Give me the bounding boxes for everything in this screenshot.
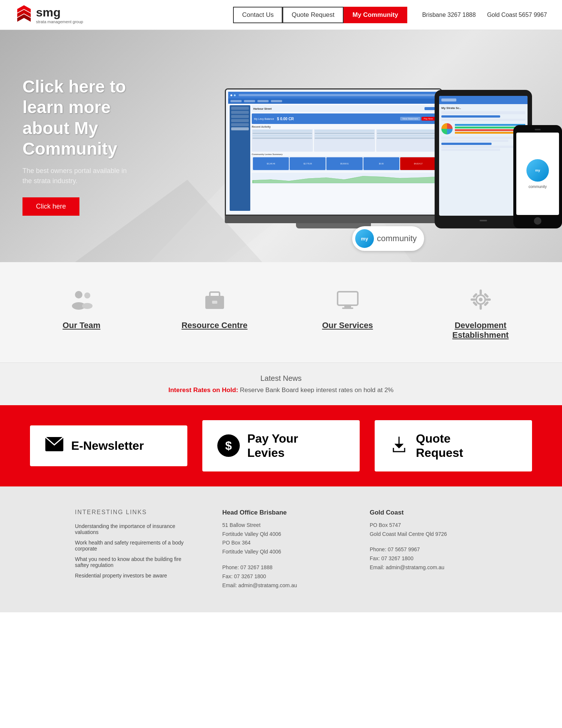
- briefcase-icon: [200, 285, 230, 315]
- screen-dot-1: [230, 94, 232, 96]
- svg-rect-19: [480, 289, 482, 295]
- envelope-icon: [45, 437, 64, 455]
- brisbane-phone: Phone: 07 3267 1888: [222, 564, 272, 570]
- screen-mockup: Harbour Street My Levy Balance $ 0.00 CR…: [228, 92, 439, 212]
- news-label: Interest Rates on Hold:: [169, 386, 238, 394]
- svg-point-18: [479, 298, 483, 301]
- our-services-label: Our Services: [322, 321, 373, 330]
- logo-subtext: strata management group: [36, 19, 83, 24]
- smg-logo-icon: [15, 4, 33, 25]
- hero-subtitle: The best owners portal available in the …: [22, 166, 135, 186]
- footer-brisbane-col: Head Office Brisbane 51 Ballow Street Fo…: [222, 509, 339, 590]
- hero-section: Click here to learn more about My Commun…: [0, 30, 562, 262]
- news-section: Latest News Interest Rates on Hold: Rese…: [0, 363, 562, 405]
- site-header: smg strata management group Contact Us Q…: [0, 0, 562, 30]
- svg-point-9: [84, 292, 90, 298]
- laptop-base: [225, 216, 442, 223]
- svg-point-10: [82, 303, 93, 309]
- my-community-button[interactable]: My Community: [344, 7, 407, 23]
- interesting-links-title: Interesting Links: [75, 509, 192, 516]
- goldcoast-email: Email: admin@stratamg.com.au: [370, 564, 444, 570]
- brisbane-address: 51 Ballow Street Fortitude Valley Qld 40…: [222, 521, 339, 556]
- phone-device: my community: [513, 125, 562, 228]
- screen-summary: $3,140.46 $2,775.05 $5,509.51 $0.00 -$4,…: [252, 156, 437, 171]
- logo-area: smg strata management group: [15, 4, 233, 25]
- icon-links-section: Our Team Resource Centre Our Services: [0, 262, 562, 363]
- footer-link-4[interactable]: Residential property investors be aware: [75, 573, 192, 579]
- brisbane-fax: Fax: 07 3267 1800: [222, 573, 266, 579]
- svg-rect-14: [338, 292, 358, 305]
- news-title: Latest News: [15, 374, 547, 383]
- news-text: Reserve Bank Board keep interest rates o…: [240, 386, 393, 394]
- enewsletter-card[interactable]: E-Newsletter: [30, 425, 187, 466]
- quote-request-button[interactable]: Quote Request: [282, 7, 343, 23]
- people-icon: [67, 285, 97, 315]
- footer-goldcoast-col: Gold Coast PO Box 5747 Gold Coast Mail C…: [370, 509, 487, 590]
- screen-main: Harbour Street My Levy Balance $ 0.00 CR…: [252, 105, 437, 211]
- hero-title: Click here to learn more about My Commun…: [22, 76, 135, 159]
- contact-us-button[interactable]: Contact Us: [233, 7, 282, 23]
- brisbane-phone: Brisbane 3267 1888: [422, 12, 476, 18]
- svg-rect-16: [342, 307, 353, 309]
- goldcoast-office-title: Gold Coast: [370, 509, 487, 516]
- site-footer: Interesting Links Understanding the impo…: [0, 486, 562, 613]
- header-phones: Brisbane 3267 1888 Gold Coast 5657 9967: [422, 12, 547, 18]
- main-nav: Contact Us Quote Request My Community: [233, 7, 407, 23]
- development-establishment-link[interactable]: Development Establishment: [414, 285, 547, 340]
- footer-links-col: Interesting Links Understanding the impo…: [75, 509, 192, 590]
- phone-screen: my community: [516, 133, 559, 215]
- our-team-link[interactable]: Our Team: [15, 285, 148, 340]
- monitor-icon: [333, 285, 363, 315]
- laptop-device: Harbour Street My Levy Balance $ 0.00 CR…: [225, 88, 442, 228]
- footer-link-3[interactable]: What you need to know about the building…: [75, 556, 192, 568]
- svg-rect-22: [486, 298, 491, 301]
- hero-content: Click here to learn more about My Commun…: [0, 61, 157, 231]
- svg-point-7: [75, 291, 82, 298]
- goldcoast-phone: Gold Coast 5657 9967: [487, 12, 547, 18]
- hero-cta-button[interactable]: Click here: [22, 197, 79, 216]
- laptop-screen: Harbour Street My Levy Balance $ 0.00 CR…: [225, 88, 442, 216]
- my-community-badge: my community: [352, 226, 424, 251]
- our-services-link[interactable]: Our Services: [281, 285, 414, 340]
- development-establishment-label: Development Establishment: [452, 321, 508, 340]
- cta-section: E-Newsletter $ Pay Your Levies Quote Req…: [0, 405, 562, 486]
- pay-levies-label: Pay Your Levies: [247, 431, 298, 460]
- logo-text: smg: [36, 6, 61, 19]
- tablet-pie-chart: [441, 123, 453, 134]
- our-team-label: Our Team: [63, 321, 100, 330]
- goldcoast-phone: Phone: 07 5657 9967: [370, 546, 420, 552]
- hero-devices: Harbour Street My Levy Balance $ 0.00 CR…: [225, 41, 562, 258]
- brisbane-email: Email: admin@stratamg.com.au: [222, 582, 297, 588]
- screen-dot-2: [234, 94, 236, 96]
- screen-chart: [252, 173, 437, 184]
- phone-app-icon: my: [526, 159, 549, 182]
- screen-activity: [252, 129, 437, 152]
- screen-url-bar: [239, 94, 436, 96]
- my-community-badge-text: community: [377, 234, 417, 243]
- footer-link-2[interactable]: Work health and safety requirements of a…: [75, 540, 192, 552]
- goldcoast-address: PO Box 5747 Gold Coast Mail Centre Qld 9…: [370, 521, 487, 539]
- my-community-circle-logo: my: [355, 229, 374, 248]
- goldcoast-fax: Fax: 07 3267 1800: [370, 555, 414, 561]
- svg-marker-6: [253, 176, 436, 183]
- enewsletter-label: E-Newsletter: [71, 439, 144, 453]
- svg-rect-13: [212, 301, 217, 304]
- quote-request-card-label: Quote Request: [416, 431, 463, 460]
- download-icon: [390, 435, 408, 457]
- resource-centre-label: Resource Centre: [181, 321, 247, 330]
- resource-centre-link[interactable]: Resource Centre: [148, 285, 281, 340]
- screen-sidebar: [230, 105, 250, 211]
- footer-link-1[interactable]: Understanding the importance of insuranc…: [75, 523, 192, 535]
- dollar-icon: $: [217, 434, 240, 457]
- pay-levies-card[interactable]: $ Pay Your Levies: [202, 420, 360, 471]
- svg-rect-15: [344, 305, 351, 307]
- quote-request-card[interactable]: Quote Request: [375, 420, 532, 471]
- svg-rect-21: [471, 298, 476, 301]
- news-item[interactable]: Interest Rates on Hold: Reserve Bank Boa…: [15, 386, 547, 394]
- settings-icon: [466, 285, 496, 315]
- svg-rect-20: [480, 304, 482, 310]
- brisbane-office-title: Head Office Brisbane: [222, 509, 339, 516]
